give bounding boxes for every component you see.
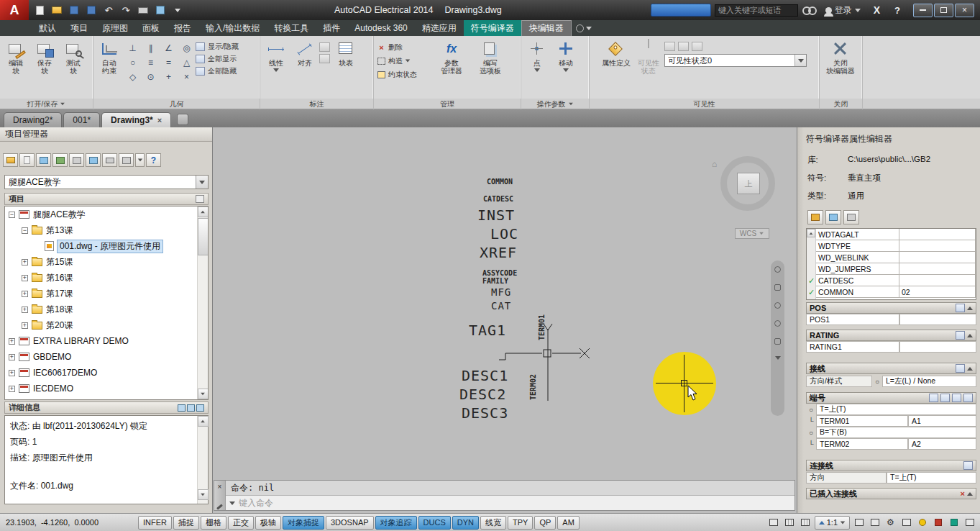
showmotion-icon[interactable]: [774, 338, 781, 345]
tree-row-iecdemo[interactable]: + IECDEMO: [5, 381, 208, 396]
toggle-am[interactable]: AM: [557, 516, 580, 530]
geometry-panel-label[interactable]: 几何: [93, 99, 260, 109]
details-view1-icon[interactable]: [178, 404, 186, 412]
attribute-row[interactable]: COMMON02: [816, 286, 976, 298]
pos-add-icon[interactable]: [956, 304, 965, 312]
terminal-delete-icon[interactable]: [963, 394, 973, 402]
toggle-dyn[interactable]: DYN: [452, 516, 479, 530]
inserted-collapse-icon[interactable]: [967, 492, 973, 496]
command-line-window[interactable]: × 命令: nil: [214, 480, 795, 511]
tree-row-iec60617demo[interactable]: + IEC60617DEMO: [5, 365, 208, 381]
tree-row-lesson17[interactable]: + 第17课: [5, 286, 208, 301]
plot-icon[interactable]: [135, 3, 151, 17]
open-file-icon[interactable]: [49, 3, 65, 17]
attribute-definition-button[interactable]: 属性定义: [600, 38, 633, 99]
terminal-direction-row[interactable]: ○ T=上(T): [806, 404, 976, 415]
block-table-button[interactable]: 块表: [331, 38, 360, 99]
help-icon[interactable]: ?: [894, 5, 900, 16]
details-view2-icon[interactable]: [187, 404, 195, 412]
rating-collapse-icon[interactable]: [967, 334, 973, 337]
project-task-list-icon[interactable]: [86, 153, 101, 167]
aligned-dimension-button[interactable]: 对齐: [290, 38, 319, 99]
tab-drawing3[interactable]: Drawing3*×: [101, 112, 171, 127]
delete-constraints-button[interactable]: ×删除: [375, 40, 433, 54]
annotation-scale-button[interactable]: 1:1: [815, 516, 850, 530]
auto-constrain-button[interactable]: 自动 约束: [95, 38, 124, 99]
toolbar-dropdown-icon[interactable]: [135, 153, 145, 167]
active-project-dropdown[interactable]: 腿腿ACE教学: [4, 175, 209, 189]
wire-connection-section-header[interactable]: 连接线: [806, 460, 976, 471]
symmetric-constraint-icon[interactable]: ◇: [124, 70, 142, 84]
authoring-palettes-button[interactable]: 编写 选项板: [470, 38, 510, 99]
tab-featured-apps[interactable]: 精选应用: [415, 20, 464, 36]
tab-project[interactable]: 项目: [63, 20, 95, 36]
tree-row-001-dwg[interactable]: 001.dwg - 原理图元件使用: [5, 238, 208, 254]
close-button[interactable]: ×: [955, 4, 974, 17]
maximize-button[interactable]: [934, 4, 953, 17]
tab-conversion-tools[interactable]: 转换工具: [267, 20, 316, 36]
toolbar-lock-icon[interactable]: [899, 516, 913, 530]
show-all-button[interactable]: 全部显示: [196, 54, 256, 64]
new-project-icon[interactable]: [19, 153, 35, 167]
visibility-state-dropdown[interactable]: 可见性状态0: [664, 54, 807, 67]
parameters-manager-button[interactable]: fx 参数 管理器: [433, 38, 470, 99]
smooth-constraint-icon[interactable]: △: [178, 55, 196, 70]
tab-panel[interactable]: 面板: [135, 20, 167, 36]
terminal-row-term01[interactable]: └ TERM01 A1: [806, 415, 976, 427]
hardware-accel-icon[interactable]: [931, 516, 945, 530]
pos-row[interactable]: POS1: [806, 314, 976, 325]
edit-attribute-icon[interactable]: [807, 210, 823, 224]
exchange-apps-icon[interactable]: X: [874, 4, 880, 16]
terminal-direction-row[interactable]: ○ B=下(B): [806, 427, 976, 438]
tab-addins[interactable]: 插件: [316, 20, 347, 36]
tree-expander-icon[interactable]: −: [22, 227, 28, 234]
dropdown-arrow-icon[interactable]: [794, 55, 806, 66]
section-collapse-icon[interactable]: [196, 195, 204, 203]
new-drawing-tab-button[interactable]: [177, 114, 188, 125]
wcs-dropdown[interactable]: WCS: [735, 228, 769, 239]
add-attribute-icon[interactable]: [825, 210, 841, 224]
visibility-states-button[interactable]: 可见性 状态: [633, 38, 664, 99]
tab-autodesk360[interactable]: Autodesk 360: [347, 20, 414, 36]
tree-expander-icon[interactable]: +: [9, 338, 15, 345]
visibility-panel-label[interactable]: 可见性: [590, 99, 820, 109]
new-file-icon[interactable]: [32, 3, 47, 17]
parallel-constraint-icon[interactable]: ∥: [142, 41, 160, 55]
navbar-more-icon[interactable]: [775, 356, 781, 360]
sign-in-button[interactable]: 登录: [825, 4, 861, 17]
tab-schematic[interactable]: 原理图: [95, 20, 135, 36]
attribute-row[interactable]: WD_WEBLINK: [816, 252, 976, 263]
point-parameter-button[interactable]: 点: [523, 38, 551, 99]
constraint-hide-icon[interactable]: [319, 54, 330, 63]
scrollbar-thumb[interactable]: [198, 218, 209, 255]
workspace-switch-icon[interactable]: ⚙: [884, 516, 897, 530]
fix-constraint-icon[interactable]: +: [160, 70, 178, 84]
refresh-icon[interactable]: [69, 153, 84, 167]
toggle-ducs[interactable]: DUCS: [418, 516, 451, 530]
toggle-ortho[interactable]: 正交: [228, 516, 254, 530]
rating-row[interactable]: RATING1: [806, 341, 976, 353]
tab-import-export[interactable]: 输入/输出数据: [198, 20, 267, 36]
project-dropdown-arrow-icon[interactable]: [196, 176, 208, 189]
infocenter-progress-button[interactable]: [651, 4, 711, 17]
equal-constraint-icon[interactable]: ≡: [142, 55, 160, 70]
tree-row-lesson15[interactable]: + 第15课: [5, 254, 208, 270]
project-properties-icon[interactable]: [36, 153, 51, 167]
tab-drawing2[interactable]: Drawing2*: [4, 112, 62, 127]
project-help-icon[interactable]: ?: [146, 153, 161, 167]
search-binoculars-icon[interactable]: [802, 5, 817, 15]
undo-icon[interactable]: ↶: [101, 3, 116, 17]
coordinates-readout[interactable]: 23.1903, -4.1260, 0.0000: [0, 518, 138, 527]
wiring-collapse-icon[interactable]: [967, 367, 973, 371]
coincident-constraint-icon[interactable]: ○: [124, 55, 142, 70]
horizontal-constraint-icon[interactable]: =: [160, 55, 178, 70]
toggle-grid[interactable]: 栅格: [201, 516, 226, 530]
wiring-tool-icon[interactable]: [956, 364, 965, 373]
wire-connection-add-icon[interactable]: [963, 461, 973, 470]
command-customize-icon[interactable]: [216, 504, 223, 509]
trusted-autodesk-icon[interactable]: [947, 516, 961, 530]
hide-all-button[interactable]: 全部隐藏: [196, 66, 256, 76]
tree-row-lesson18[interactable]: + 第18课: [5, 301, 208, 317]
ribbon-minimize-button[interactable]: [576, 20, 592, 36]
quick-view-layouts-icon[interactable]: [783, 516, 797, 530]
